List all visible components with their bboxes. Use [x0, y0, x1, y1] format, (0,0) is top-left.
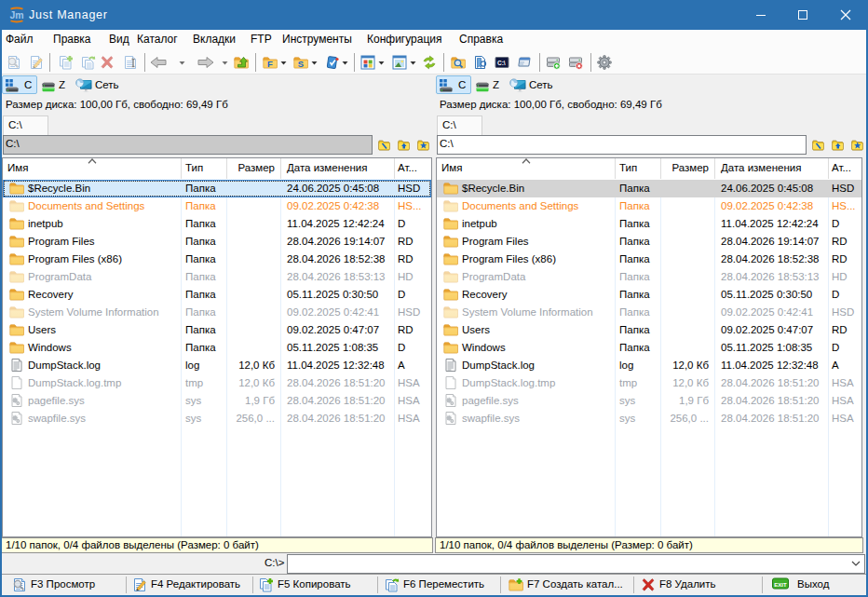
svg-text:C:\: C:\	[497, 60, 506, 66]
svg-text:EXIT: EXIT	[774, 582, 787, 588]
svg-text:Jm: Jm	[9, 9, 23, 20]
svg-text:F: F	[267, 59, 273, 69]
svg-text:S: S	[298, 59, 304, 69]
